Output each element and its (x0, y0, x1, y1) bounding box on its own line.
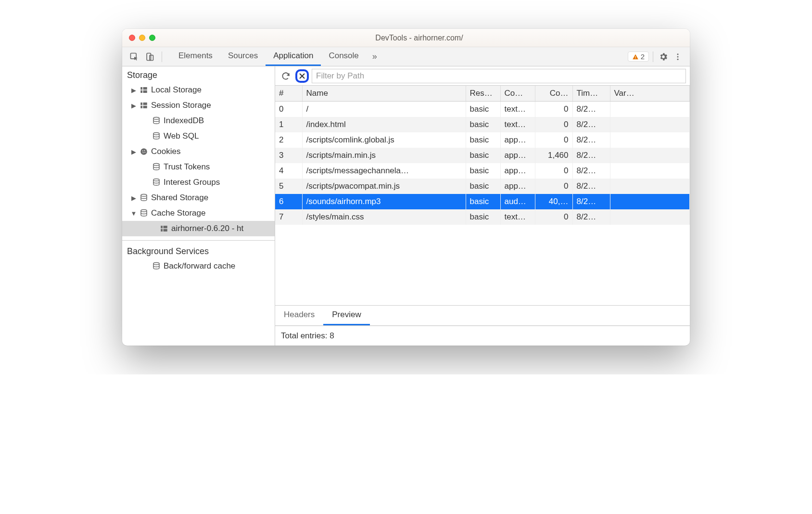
cell-len: 0 (535, 117, 572, 132)
svg-rect-30 (164, 229, 167, 231)
bg-services-tree: Back/forward cache (122, 258, 275, 274)
svg-point-20 (144, 150, 145, 151)
table-row[interactable]: 6/sounds/airhorn.mp3basicaud…40,…8/2… (275, 194, 690, 209)
table-row[interactable]: 2/scripts/comlink.global.jsbasicapp…08/2… (275, 132, 690, 148)
cell-len: 0 (535, 102, 572, 117)
issues-badge[interactable]: 2 (628, 51, 649, 62)
warning-icon (632, 53, 639, 60)
sidebar-item-cookies[interactable]: ▶Cookies (122, 144, 275, 159)
cell-vary (610, 179, 690, 194)
cell-name: /scripts/main.min.js (302, 148, 466, 163)
sidebar-item-label: Cookies (151, 147, 275, 156)
sidebar-item-label: Local Storage (151, 85, 275, 95)
cell-tim: 8/2… (572, 179, 610, 194)
column-header[interactable]: Tim… (572, 86, 610, 102)
more-tabs-button[interactable]: » (367, 47, 383, 66)
table-row[interactable]: 4/scripts/messagechannela…basicapp…08/2… (275, 163, 690, 179)
svg-point-26 (141, 210, 147, 212)
cell-type: text… (500, 102, 535, 117)
filter-input[interactable] (312, 69, 686, 83)
sidebar-item-indexeddb[interactable]: IndexedDB (122, 113, 275, 128)
tab-sources[interactable]: Sources (220, 47, 266, 66)
cookie-icon (140, 147, 148, 156)
column-header[interactable]: Co… (535, 86, 572, 102)
tab-console[interactable]: Console (321, 47, 366, 66)
table-row[interactable]: 5/scripts/pwacompat.min.jsbasicapp…08/2… (275, 179, 690, 194)
table-row[interactable]: 3/scripts/main.min.jsbasicapp…1,4608/2… (275, 148, 690, 163)
cache-table: #NameRes…Co…Co…Tim…Var… 0/basictext…08/2… (275, 86, 690, 306)
refresh-button[interactable] (279, 69, 292, 83)
inspect-element-icon[interactable] (129, 51, 140, 62)
table-row[interactable]: 7/styles/main.cssbasictext…08/2… (275, 209, 690, 225)
svg-rect-28 (164, 226, 167, 228)
cell-type: aud… (500, 194, 535, 209)
column-header[interactable]: Var… (610, 86, 690, 102)
close-window-button[interactable] (129, 35, 135, 41)
zoom-window-button[interactable] (149, 35, 155, 41)
sidebar-item-web-sql[interactable]: Web SQL (122, 128, 275, 144)
device-toolbar-icon[interactable] (144, 51, 155, 62)
cell-vary (610, 132, 690, 148)
window-controls (129, 35, 155, 41)
separator (653, 51, 653, 62)
cell-tim: 8/2… (572, 102, 610, 117)
detail-tab-preview[interactable]: Preview (323, 306, 369, 325)
cell-tim: 8/2… (572, 132, 610, 148)
tab-elements[interactable]: Elements (171, 47, 220, 66)
cell-res: basic (466, 163, 500, 179)
sidebar-item-session-storage[interactable]: ▶Session Storage (122, 98, 275, 113)
sidebar-item-label: Trust Tokens (164, 162, 275, 172)
sidebar-item-label: Cache Storage (151, 208, 275, 218)
clear-button[interactable] (295, 69, 309, 83)
cell-idx: 0 (275, 102, 302, 117)
db-icon (152, 116, 161, 125)
grid-icon (140, 101, 148, 110)
cell-type: app… (500, 179, 535, 194)
column-header[interactable]: Co… (500, 86, 535, 102)
svg-point-23 (153, 164, 159, 166)
svg-point-31 (153, 263, 159, 265)
svg-rect-27 (161, 226, 163, 228)
refresh-icon (281, 71, 291, 81)
kebab-icon (673, 52, 682, 61)
cell-len: 0 (535, 132, 572, 148)
db-icon (152, 262, 161, 270)
column-header[interactable]: # (275, 86, 302, 102)
cell-name: /scripts/pwacompat.min.js (302, 179, 466, 194)
sidebar-item-back-forward-cache[interactable]: Back/forward cache (122, 258, 275, 274)
cell-tim: 8/2… (572, 148, 610, 163)
cell-tim: 8/2… (572, 194, 610, 209)
close-icon (297, 71, 307, 81)
more-options-button[interactable] (672, 51, 684, 63)
column-header[interactable]: Name (302, 86, 466, 102)
db-icon (152, 163, 161, 171)
detail-tab-headers[interactable]: Headers (275, 306, 323, 325)
settings-button[interactable] (657, 51, 670, 63)
chevron-right-icon: ▶ (131, 194, 137, 202)
cell-vary (610, 102, 690, 117)
sidebar-item-cache-storage[interactable]: ▼Cache Storage (122, 206, 275, 221)
sidebar-item-label: Back/forward cache (164, 261, 275, 271)
table-row[interactable]: 1/index.htmlbasictext…08/2… (275, 117, 690, 132)
titlebar: DevTools - airhorner.com/ (122, 29, 690, 47)
chevron-right-icon: ▶ (131, 148, 137, 155)
svg-point-19 (142, 151, 143, 152)
minimize-window-button[interactable] (139, 35, 145, 41)
cell-vary (610, 163, 690, 179)
sidebar-item-trust-tokens[interactable]: Trust Tokens (122, 159, 275, 175)
column-header[interactable]: Res… (466, 86, 500, 102)
cell-type: app… (500, 148, 535, 163)
sidebar-item-airhorner-0-6-20-ht[interactable]: airhorner-0.6.20 - ht (122, 221, 275, 236)
cell-idx: 6 (275, 194, 302, 209)
table-row[interactable]: 0/basictext…08/2… (275, 102, 690, 117)
cell-idx: 4 (275, 163, 302, 179)
cell-name: / (302, 102, 466, 117)
tab-application[interactable]: Application (266, 47, 321, 66)
sidebar-item-local-storage[interactable]: ▶Local Storage (122, 82, 275, 98)
cell-name: /styles/main.css (302, 209, 466, 225)
bg-services-header: Background Services (122, 243, 275, 258)
sidebar-item-shared-storage[interactable]: ▶Shared Storage (122, 190, 275, 206)
cell-name: /sounds/airhorn.mp3 (302, 194, 466, 209)
db-icon (140, 209, 148, 218)
sidebar-item-interest-groups[interactable]: Interest Groups (122, 175, 275, 190)
